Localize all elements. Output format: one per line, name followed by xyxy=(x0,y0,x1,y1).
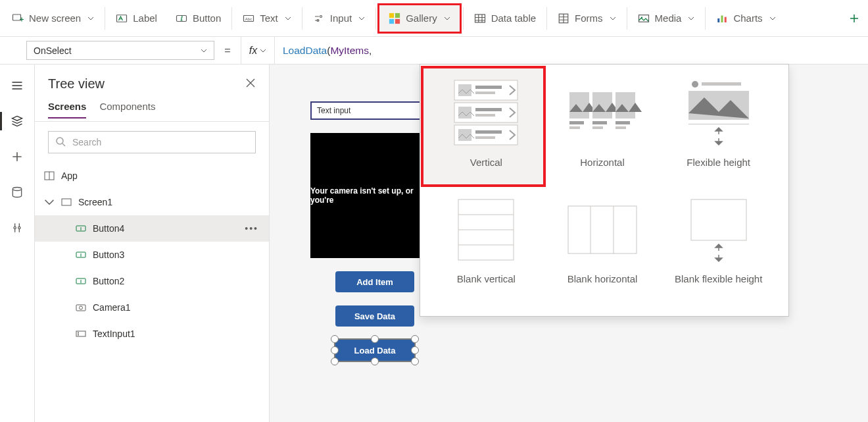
button-icon xyxy=(176,13,187,24)
resize-handle[interactable] xyxy=(331,346,339,354)
charts-button[interactable]: Charts xyxy=(707,0,784,36)
svg-point-19 xyxy=(14,226,16,228)
svg-rect-52 xyxy=(702,82,741,86)
formula-bar: OnSelect = fx LoadData( MyItems, xyxy=(0,37,868,65)
add-item-button[interactable]: Add Item xyxy=(335,271,414,292)
input-label: Input xyxy=(330,13,352,24)
formula-input[interactable]: LoadData( MyItems, xyxy=(275,37,868,64)
svg-rect-10 xyxy=(395,18,400,23)
gallery-option-label: Flexible height xyxy=(687,157,750,168)
close-panel-button[interactable] xyxy=(245,78,256,91)
tools-rail-button[interactable] xyxy=(4,216,30,240)
blank-vertical-thumb-icon xyxy=(446,194,525,265)
forms-button[interactable]: Forms xyxy=(548,0,625,36)
forms-label: Forms xyxy=(575,13,603,24)
left-rail xyxy=(0,65,35,422)
text-button[interactable]: Abc Text xyxy=(233,0,301,36)
gallery-option-blank-vertical[interactable]: Blank vertical xyxy=(428,190,544,307)
gallery-option-horizontal[interactable]: Horizontal xyxy=(544,74,661,190)
tree-node-label: Screen1 xyxy=(78,197,112,207)
resize-handle[interactable] xyxy=(411,335,419,343)
app-icon xyxy=(44,171,55,181)
insert-rail-button[interactable] xyxy=(4,145,30,169)
chevron-down-icon xyxy=(769,13,776,24)
tree-node-label: App xyxy=(61,171,78,181)
svg-rect-36 xyxy=(475,108,502,111)
svg-point-18 xyxy=(12,188,21,191)
tree-node-textinput1[interactable]: TextInput1 xyxy=(35,321,269,347)
text-input-control[interactable]: Text input xyxy=(310,101,422,120)
formula-function: LoadData xyxy=(283,45,327,57)
svg-rect-27 xyxy=(76,305,85,311)
tree-node-screen1[interactable]: Screen1 xyxy=(35,189,269,215)
button-icon xyxy=(76,223,86,234)
add-custom-button[interactable] xyxy=(839,0,865,36)
resize-handle[interactable] xyxy=(331,357,339,365)
separator xyxy=(231,7,232,30)
new-screen-button[interactable]: New screen xyxy=(3,0,103,36)
tree-node-button2[interactable]: Button2 xyxy=(35,268,269,294)
load-data-button[interactable]: Load Data xyxy=(335,340,414,361)
svg-point-51 xyxy=(692,81,698,88)
tree-node-camera1[interactable]: Camera1 xyxy=(35,294,269,321)
resize-handle[interactable] xyxy=(411,346,419,354)
svg-point-14 xyxy=(640,16,642,18)
tree-node-app[interactable]: App xyxy=(35,163,269,189)
tree-node-label: Button2 xyxy=(93,276,124,286)
tab-screens[interactable]: Screens xyxy=(48,101,86,119)
svg-rect-41 xyxy=(475,136,495,139)
resize-handle[interactable] xyxy=(371,357,379,365)
main-area: Tree view Screens Components Search App … xyxy=(0,65,868,422)
tree-list: App Screen1 Button4 ••• Button3 Button2 xyxy=(35,163,269,422)
resize-handle[interactable] xyxy=(371,335,379,343)
property-selector[interactable]: OnSelect xyxy=(26,41,214,60)
camera-control[interactable]: Your camera isn't set up, or you're xyxy=(310,133,422,258)
resize-handle[interactable] xyxy=(411,357,419,365)
media-button[interactable]: Media xyxy=(629,0,704,36)
separator xyxy=(463,7,464,30)
button-button[interactable]: Button xyxy=(166,0,230,36)
label-button[interactable]: Label xyxy=(107,0,166,36)
tree-view-rail-button[interactable] xyxy=(4,109,30,133)
svg-rect-16 xyxy=(721,15,723,22)
chevron-down-icon xyxy=(688,13,694,24)
hamburger-button[interactable] xyxy=(4,74,30,97)
new-screen-label: New screen xyxy=(29,13,81,24)
chevron-down-icon xyxy=(358,13,365,24)
media-label: Media xyxy=(655,13,682,24)
data-rail-button[interactable] xyxy=(4,180,30,204)
button-label: Load Data xyxy=(354,346,396,356)
data-table-label: Data table xyxy=(491,13,536,24)
text-icon: Abc xyxy=(243,13,254,24)
data-table-button[interactable]: Data table xyxy=(465,0,545,36)
chevron-down-icon xyxy=(44,197,55,207)
gallery-option-blank-horizontal[interactable]: Blank horizontal xyxy=(544,190,661,307)
svg-rect-42 xyxy=(569,92,589,119)
resize-handle[interactable] xyxy=(331,335,339,343)
table-icon xyxy=(474,13,486,24)
gallery-option-label: Vertical xyxy=(470,157,502,168)
more-button[interactable]: ••• xyxy=(245,223,264,234)
text-input-value: Text input xyxy=(317,106,350,115)
chevron-down-icon xyxy=(87,13,94,24)
tree-node-button3[interactable]: Button3 xyxy=(35,242,269,268)
tree-search-input[interactable]: Search xyxy=(48,131,256,153)
button-icon xyxy=(76,250,86,260)
insert-ribbon: New screen Label Button Abc Text Input G… xyxy=(0,0,868,37)
svg-rect-50 xyxy=(615,126,626,129)
gallery-option-vertical[interactable]: Vertical xyxy=(428,74,544,190)
gallery-option-blank-flexible[interactable]: Blank flexible height xyxy=(660,190,777,307)
svg-rect-49 xyxy=(615,121,630,124)
input-button[interactable]: Input xyxy=(304,0,374,36)
svg-rect-45 xyxy=(592,92,612,119)
input-icon xyxy=(313,13,325,24)
svg-rect-17 xyxy=(725,16,727,22)
tab-components[interactable]: Components xyxy=(99,101,155,119)
gallery-button[interactable]: Gallery xyxy=(377,3,462,34)
tree-node-button4[interactable]: Button4 ••• xyxy=(35,215,269,242)
tree-node-label: Button3 xyxy=(93,250,124,260)
fx-button[interactable]: fx xyxy=(241,37,275,64)
save-data-button[interactable]: Save Data xyxy=(335,305,414,327)
gallery-option-flexible[interactable]: Flexible height xyxy=(660,74,777,190)
charts-label: Charts xyxy=(733,13,762,24)
